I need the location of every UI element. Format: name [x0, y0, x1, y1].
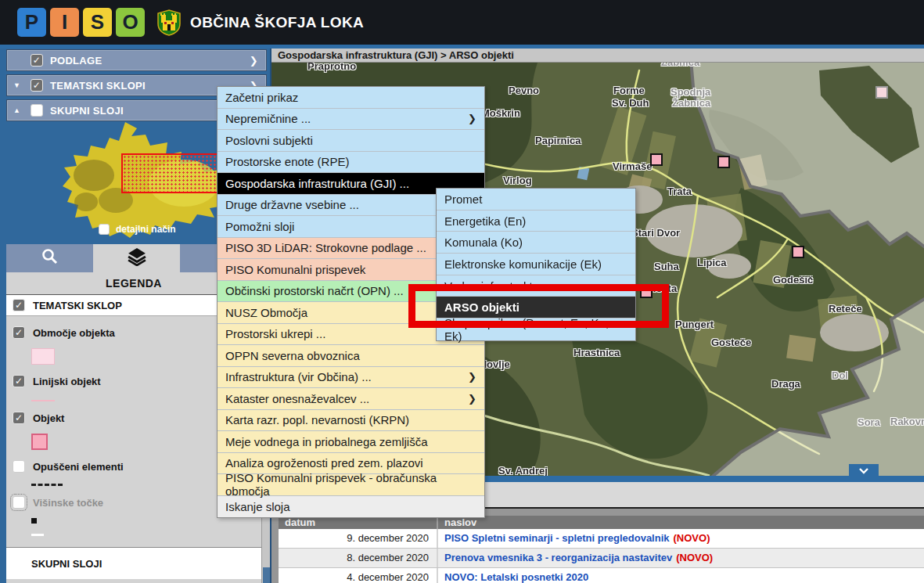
map-place-label: Reteče — [829, 303, 862, 315]
menu-item[interactable]: Poslovni subjekti — [218, 130, 484, 152]
chevron-down-icon — [858, 463, 869, 477]
menu-item[interactable]: Iskanje sloja — [218, 496, 484, 518]
arso-object-marker[interactable] — [640, 286, 653, 298]
menu-item[interactable]: PISO Komunalni prispevek - obračunska ob… — [218, 474, 484, 496]
page-title: OBČINA ŠKOFJA LOKA — [190, 14, 364, 31]
scrollbar-thumb[interactable] — [263, 567, 270, 583]
skupni-checkbox[interactable] — [31, 104, 43, 117]
submenu-item-arso-selected[interactable]: ARSO objekti — [437, 297, 635, 318]
breadcrumb: Gospodarska infrastruktura (GJI) > ARSO … — [271, 49, 924, 63]
column-header-naslov: naslov — [438, 516, 924, 529]
collapse-panel-button[interactable] — [849, 464, 879, 476]
panel-label: TEMATSKI SKLOPI — [50, 80, 146, 92]
news-row: 8. december 2020 Prenova vmesnika 3 - re… — [279, 549, 924, 568]
map-extent-rectangle[interactable] — [121, 153, 218, 193]
submenu-item[interactable]: Skupen prikaz (Promet, En, Ko, Ek) — [437, 318, 635, 340]
podlage-checkbox[interactable]: ✓ — [31, 54, 43, 67]
detail-mode-row[interactable]: detajlni način — [99, 224, 176, 235]
map-place-label: Pungert — [675, 318, 714, 330]
map-place-label: Moškrin — [481, 107, 520, 119]
submenu-item[interactable]: Promet — [437, 189, 635, 211]
tab-search[interactable] — [6, 244, 93, 272]
chevron-right-icon: ❯ — [250, 55, 258, 67]
triangle-up-icon[interactable]: ▲ — [13, 106, 26, 114]
map-place-label: Sv. Duh — [612, 97, 649, 109]
map-place-label: Pevno — [509, 85, 539, 96]
news-table: datum naslov 9. december 2020 PISO Splet… — [279, 516, 924, 583]
menu-item[interactable]: Prostorske enote (RPE) — [218, 152, 484, 174]
news-link[interactable]: Prenova vmesnika 3 - reorganizacija nast… — [438, 549, 924, 567]
legend-symbol-area — [31, 348, 55, 365]
news-row: 4. december 2020 NOVO: Letalski posnetki… — [279, 568, 924, 583]
news-row: 9. december 2020 PISO Spletni seminarji … — [279, 529, 924, 549]
map-place-label: Trata — [667, 185, 692, 197]
news-date: 8. december 2020 — [279, 549, 438, 567]
gji-submenu: Promet Energetika (En) Komunala (Ko) Ele… — [436, 188, 636, 341]
map-place-label: Hosta — [649, 283, 677, 294]
legend-symbol-white-line — [31, 534, 44, 536]
map-place-label: Papirnica — [535, 135, 581, 146]
map-place-label: Gosteče — [711, 336, 751, 348]
legend-checkbox[interactable] — [13, 460, 25, 473]
app-header: P I S O OBČINA ŠKOFJA LOKA — [0, 0, 924, 45]
layers-icon — [127, 247, 147, 269]
map-place-label: Sv. Andrej — [498, 465, 548, 476]
map-place-label: Godešič — [773, 274, 813, 286]
arso-object-marker[interactable] — [650, 153, 663, 166]
menu-item[interactable]: Nepremičnine ...❯ — [218, 109, 484, 131]
municipality-coat-of-arms-icon — [157, 9, 181, 36]
submenu-item[interactable]: Komunala (Ko) — [437, 232, 635, 254]
triangle-down-icon[interactable]: ▼ — [13, 81, 26, 89]
map-place-label: Rakovnik — [890, 416, 924, 427]
piso-logo[interactable]: P I S O — [17, 8, 145, 37]
search-icon — [41, 247, 59, 269]
novo-badge: (NOVO) — [674, 532, 710, 544]
legend-symbol-line — [31, 400, 55, 401]
legend-checkbox[interactable]: ✓ — [13, 326, 25, 339]
panel-label: PODLAGE — [50, 55, 102, 67]
arso-object-marker[interactable] — [717, 156, 730, 168]
map-place-label: Virlog — [503, 175, 532, 186]
menu-item[interactable]: Meje vodnega in priobalnega zemljišča — [218, 431, 484, 453]
novo-badge: (NOVO) — [676, 552, 713, 563]
tematski-checkbox[interactable]: ✓ — [31, 79, 43, 92]
legend-checkbox[interactable] — [13, 496, 25, 509]
group-checkbox[interactable]: ✓ — [13, 299, 25, 311]
logo-tile-p: P — [17, 8, 46, 37]
news-date: 9. december 2020 — [279, 529, 438, 548]
legend-checkbox[interactable]: ✓ — [13, 412, 25, 424]
news-panel: datum naslov 9. december 2020 PISO Splet… — [271, 509, 924, 583]
chevron-right-icon: ❯ — [468, 393, 476, 405]
header-accent-strip — [0, 45, 924, 49]
menu-item[interactable]: Kataster onesnaževalcev ...❯ — [218, 388, 484, 410]
news-link[interactable]: NOVO: Letalski posnetki 2020 — [438, 568, 924, 583]
submenu-item[interactable]: Elektronske komunikacije (Ek) — [437, 254, 635, 275]
legend-symbol-dashed — [31, 484, 63, 486]
map-place-label: Praprotno — [307, 63, 356, 72]
logo-tile-i: I — [50, 8, 79, 37]
legend-footer-row[interactable]: SKUPNI SLOJI — [6, 547, 261, 579]
map-place-label: Dol — [832, 369, 848, 381]
arso-object-marker[interactable] — [792, 246, 804, 258]
menu-item[interactable]: OPPN severna obvoznica — [218, 345, 484, 367]
arso-object-marker[interactable] — [875, 86, 888, 99]
map-place-label: Lipica — [697, 257, 727, 268]
map-place-label: Žabnica — [672, 97, 710, 109]
sidebar-panel-podlage[interactable]: ✓ PODLAGE ❯ — [6, 49, 267, 71]
map-place-label: Suha — [654, 261, 679, 272]
map-place-label: Hrastnica — [573, 347, 620, 358]
news-date: 4. december 2020 — [279, 568, 438, 583]
legend-checkbox[interactable]: ✓ — [13, 375, 25, 387]
detail-mode-checkbox[interactable] — [99, 224, 110, 235]
submenu-item[interactable]: Energetika (En) — [437, 211, 635, 232]
map-place-label: Forme — [613, 85, 645, 96]
menu-item[interactable]: Infrastruktura (vir Občina) ...❯ — [218, 367, 484, 389]
submenu-item[interactable]: Vodna infrastruktura — [437, 275, 635, 297]
logo-tile-o: O — [116, 8, 145, 37]
tab-legend[interactable] — [93, 244, 180, 272]
legend-symbol-square — [31, 434, 48, 450]
news-link[interactable]: PISO Spletni seminarji - spletni pregled… — [438, 529, 924, 548]
menu-item[interactable]: Začetni prikaz — [218, 87, 484, 109]
map-place-label: Sora — [857, 416, 880, 428]
menu-item[interactable]: Karta razr. popl. nevarnosti (KRPN) — [218, 410, 484, 432]
